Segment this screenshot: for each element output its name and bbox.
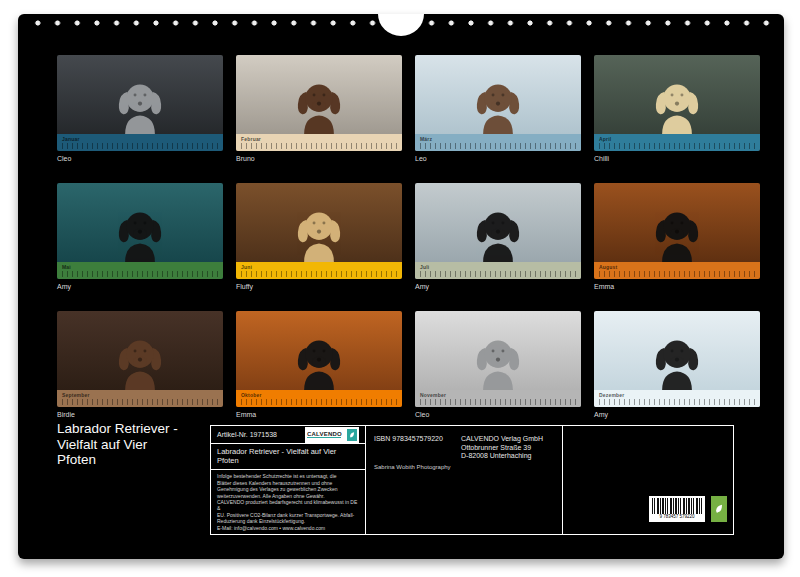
dog-silhouette-icon (288, 328, 350, 390)
info-column-barcode: 9 783457 579220 (563, 426, 733, 534)
product-photo-page: JanuarCleo FebruarBruno MärzLeo AprilChi… (0, 0, 800, 577)
month-label: August (594, 262, 760, 270)
month-photo: September (57, 311, 223, 407)
month-label: Januar (57, 134, 223, 142)
month-band: Juli (415, 262, 581, 279)
month-label: April (594, 134, 760, 142)
month-label: Dezember (594, 390, 760, 398)
calendar-title-line: Labrador Retriever - (57, 421, 227, 437)
publisher-line: CALVENDO Verlag GmbH (461, 435, 543, 444)
month-photo: Mai (57, 183, 223, 279)
month-band: März (415, 134, 581, 151)
dog-silhouette-icon (288, 200, 350, 262)
dog-silhouette-icon (288, 72, 350, 134)
barcode-digits: 9 783457 579220 (649, 514, 705, 520)
dog-name-label: Bruno (236, 155, 402, 163)
month-cell: AprilChilli (594, 55, 760, 163)
month-photo: März (415, 55, 581, 151)
month-photo: Februar (236, 55, 402, 151)
month-photo: Januar (57, 55, 223, 151)
legal-line: E-Mail: info@calvendo.com • www.calvendo… (217, 525, 359, 531)
day-ticks (420, 271, 576, 277)
legal-line: Genehmigung des Verlages zu gewerblichen… (217, 486, 359, 492)
day-ticks (62, 271, 218, 277)
month-cell: OktoberEmma (236, 311, 402, 419)
month-cell: FebruarBruno (236, 55, 402, 163)
day-ticks (599, 399, 755, 405)
month-label: Oktober (236, 390, 402, 398)
dog-name-label: Chilli (594, 155, 760, 163)
month-band: Dezember (594, 390, 760, 407)
month-band: Februar (236, 134, 402, 151)
dog-name-label: Fluffy (236, 283, 402, 291)
dog-name-label: Cleo (415, 411, 581, 419)
month-label: Mai (57, 262, 223, 270)
month-cell: NovemberCleo (415, 311, 581, 419)
month-cell: AugustEmma (594, 183, 760, 291)
eco-leaf-icon (711, 496, 727, 522)
dog-silhouette-icon (109, 72, 171, 134)
month-band: Mai (57, 262, 223, 279)
article-row: Artikel-Nr. 1971538 CALVENDO (211, 426, 365, 444)
month-cell: SeptemberBirdie (57, 311, 223, 419)
info-column-product: Artikel-Nr. 1971538 CALVENDO Labrador Re… (211, 426, 366, 534)
day-ticks (420, 143, 576, 149)
month-label: Juli (415, 262, 581, 270)
month-cell: JanuarCleo (57, 55, 223, 163)
month-photo: November (415, 311, 581, 407)
month-band: Oktober (236, 390, 402, 407)
dog-silhouette-icon (109, 328, 171, 390)
dog-silhouette-icon (646, 72, 708, 134)
barcode: 9 783457 579220 (649, 496, 705, 522)
dog-name-label: Leo (415, 155, 581, 163)
calendar-title: Labrador Retriever - Vielfalt auf Vier P… (57, 421, 227, 468)
dog-name-label: Amy (594, 411, 760, 419)
publisher-line: Ottobrunner Straße 39 (461, 444, 543, 453)
dog-name-label: Amy (415, 283, 581, 291)
month-label: März (415, 134, 581, 142)
barcode-bars (652, 498, 702, 514)
month-cell: MaiAmy (57, 183, 223, 291)
hanger-notch (378, 14, 424, 36)
dog-silhouette-icon (467, 72, 529, 134)
calvendo-leaf-icon (347, 429, 357, 441)
calendar-back-cover: JanuarCleo FebruarBruno MärzLeo AprilChi… (18, 14, 784, 559)
dog-name-label: Cleo (57, 155, 223, 163)
month-label: Juni (236, 262, 402, 270)
day-ticks (599, 271, 755, 277)
day-ticks (241, 143, 397, 149)
month-grid: JanuarCleo FebruarBruno MärzLeo AprilChi… (57, 55, 760, 419)
month-photo: Oktober (236, 311, 402, 407)
month-photo: April (594, 55, 760, 151)
month-band: Januar (57, 134, 223, 151)
dog-name-label: Emma (236, 411, 402, 419)
calendar-title-line: Vielfalt auf Vier (57, 437, 227, 453)
month-cell: JuniFluffy (236, 183, 402, 291)
legal-line: CALVENDO produziert bedarfsgerecht und k… (217, 499, 359, 512)
dog-silhouette-icon (646, 328, 708, 390)
month-photo: Juli (415, 183, 581, 279)
dog-name-label: Emma (594, 283, 760, 291)
publisher-address: CALVENDO Verlag GmbH Ottobrunner Straße … (461, 435, 543, 461)
dog-name-label: Birdie (57, 411, 223, 419)
calendar-title-line: Pfoten (57, 452, 227, 468)
month-photo: Juni (236, 183, 402, 279)
dog-silhouette-icon (467, 328, 529, 390)
dog-silhouette-icon (109, 200, 171, 262)
calvendo-tagline-line (307, 437, 341, 439)
month-label: Februar (236, 134, 402, 142)
month-band: August (594, 262, 760, 279)
calvendo-logo: CALVENDO (305, 427, 359, 443)
month-band: April (594, 134, 760, 151)
month-cell: MärzLeo (415, 55, 581, 163)
legal-text: Infolge bestehender Schutzrechte ist es … (211, 470, 365, 534)
day-ticks (420, 399, 576, 405)
isbn-number: ISBN 9783457579220 (374, 435, 443, 442)
month-photo: August (594, 183, 760, 279)
month-band: September (57, 390, 223, 407)
day-ticks (599, 143, 755, 149)
month-label: November (415, 390, 581, 398)
month-photo: Dezember (594, 311, 760, 407)
dog-silhouette-icon (467, 200, 529, 262)
month-band: Juni (236, 262, 402, 279)
